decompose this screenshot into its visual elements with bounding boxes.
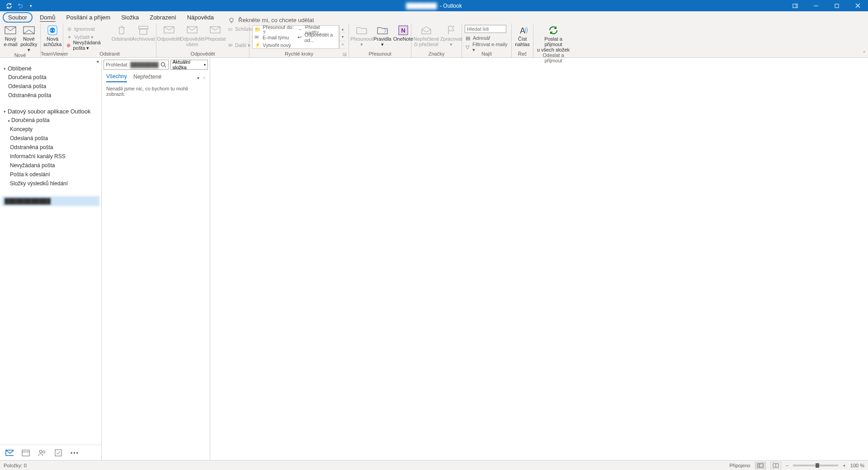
- qat-customize-icon[interactable]: ▾: [27, 2, 34, 9]
- tab-folder[interactable]: Složka: [116, 12, 144, 24]
- send-receive-all-button[interactable]: Poslat a přijmout u všech složek: [536, 24, 571, 52]
- minimize-button[interactable]: [806, 0, 826, 11]
- folder-drafts[interactable]: Koncepty: [0, 125, 101, 134]
- onenote-button[interactable]: N OneNote: [393, 24, 413, 42]
- filter-unread[interactable]: Nepřečtené: [133, 74, 161, 82]
- group-delete: ⊘Ignorovat ✦Vyčistit ▾ ⊗Nevyžádaná pošta…: [63, 24, 156, 57]
- move-button[interactable]: Přesunout▾: [352, 24, 372, 47]
- search-people-input[interactable]: [465, 25, 506, 33]
- categorize-button[interactable]: Zpracovat▾: [440, 24, 462, 47]
- collapse-folder-pane-icon[interactable]: ◂: [96, 59, 99, 64]
- zoom-slider[interactable]: [793, 465, 838, 466]
- junk-button[interactable]: ⊗Nevyžádaná pošta ▾: [66, 41, 110, 49]
- tab-home[interactable]: Domů: [34, 12, 61, 24]
- mail-team-icon: ✉: [255, 34, 261, 41]
- group-respond: Odpovědět Odpovědět všem Přeposlat ▭Schů…: [156, 24, 250, 57]
- folder-junk[interactable]: Nevyžádaná pošta: [0, 161, 101, 170]
- folder-sent[interactable]: Odeslaná pošta: [0, 134, 101, 143]
- unread-read-button[interactable]: Nepřečtené či přečtené: [414, 24, 439, 47]
- mail-nav-icon[interactable]: [5, 449, 14, 457]
- mail-small-icon: ✉: [227, 42, 233, 48]
- group-find: ▤Adresář ▽Filtrovat e-maily ▾ Najít: [462, 24, 512, 57]
- nav-more-icon[interactable]: •••: [71, 450, 79, 456]
- folder-deleted[interactable]: Odstraněná pošta: [0, 143, 101, 152]
- zoom-in-icon[interactable]: +: [843, 463, 845, 468]
- scroll-up-icon[interactable]: ▴: [340, 25, 345, 33]
- archive-icon: [137, 25, 150, 35]
- folder-rss[interactable]: Informační kanály RSS: [0, 152, 101, 161]
- filter-email-button[interactable]: ▽Filtrovat e-maily ▾: [465, 43, 509, 51]
- zoom-level[interactable]: 100 %: [850, 463, 864, 468]
- address-book-button[interactable]: ▤Adresář: [465, 34, 509, 42]
- people-nav-icon[interactable]: [38, 449, 46, 457]
- ribbon-display-options-icon[interactable]: [785, 0, 806, 11]
- reply-button[interactable]: Odpovědět: [159, 24, 179, 42]
- calendar-nav-icon[interactable]: [22, 449, 30, 457]
- reply-all-button[interactable]: Odpovědět všem: [181, 24, 203, 47]
- dialog-launcher-icon[interactable]: ◲: [343, 52, 347, 56]
- folder-outbox[interactable]: Pošta k odeslání: [0, 170, 101, 179]
- reading-pane: [210, 58, 868, 460]
- filter-all[interactable]: Všechny: [106, 73, 127, 82]
- quick-steps-scroll[interactable]: ▴ ▾ ▿: [339, 25, 345, 49]
- account-node[interactable]: ████████████: [2, 196, 99, 206]
- svg-rect-11: [139, 26, 148, 29]
- quick-steps-gallery[interactable]: 📁Přesunout do: ? ✉E-mail týmu ⚡Vytvořit …: [252, 25, 339, 49]
- gallery-expand-icon[interactable]: ▿: [340, 41, 345, 49]
- tab-send-receive[interactable]: Posílání a příjem: [61, 12, 116, 24]
- junk-icon: ⊗: [66, 42, 71, 48]
- search-scope-dropdown[interactable]: Aktuální složka▾: [170, 60, 208, 70]
- search-icon[interactable]: [160, 62, 166, 68]
- folder-search[interactable]: Složky výsledků hledání: [0, 179, 101, 188]
- ignore-button[interactable]: ⊘Ignorovat: [66, 25, 110, 33]
- teamviewer-icon: [46, 25, 59, 35]
- close-button[interactable]: [847, 0, 868, 11]
- sync-icon[interactable]: [5, 2, 13, 9]
- tasks-nav-icon[interactable]: [54, 449, 62, 457]
- teamviewer-meeting-button[interactable]: Nová schůzka: [43, 24, 61, 47]
- favorites-header[interactable]: ▾Oblíbené: [0, 64, 101, 73]
- quick-access-toolbar: ▾: [0, 2, 34, 9]
- datafile-header[interactable]: ▾Datový soubor aplikace Outlook: [0, 107, 101, 116]
- empty-list-message: Nenašli jsme nic, co bychom tu mohli zob…: [102, 82, 210, 100]
- archive-button[interactable]: Archivovat: [133, 24, 153, 42]
- folder-inbox-fav[interactable]: Doručená pošta: [0, 73, 101, 82]
- forward-button[interactable]: Přeposlat: [205, 24, 225, 42]
- lightning-icon: ⚡: [255, 42, 261, 48]
- undo-icon[interactable]: [16, 2, 24, 9]
- svg-point-5: [230, 18, 233, 22]
- sort-ascending-icon[interactable]: ↑: [203, 75, 205, 80]
- broom-icon: ✦: [66, 34, 72, 40]
- tell-me-search[interactable]: Řekněte mi, co chcete udělat: [228, 17, 314, 24]
- svg-rect-0: [793, 4, 797, 8]
- tab-file[interactable]: Soubor: [3, 12, 33, 23]
- delete-button[interactable]: Odstranit: [112, 24, 132, 42]
- group-delete-label: Odstranit: [63, 51, 156, 57]
- svg-rect-27: [758, 464, 763, 467]
- group-tags: Nepřečtené či přečtené Zpracovat▾ Značky: [411, 24, 462, 57]
- group-teamviewer: Nová schůzka TeamViewer: [41, 24, 63, 57]
- lightbulb-icon: [228, 17, 235, 24]
- folder-sent-fav[interactable]: Odeslaná pošta: [0, 82, 101, 91]
- scroll-down-icon[interactable]: ▾: [340, 33, 345, 41]
- maximize-button[interactable]: [826, 0, 847, 11]
- view-reading-icon[interactable]: [770, 462, 781, 469]
- sort-dropdown-icon[interactable]: ▾: [197, 75, 199, 80]
- status-bar: Položky: 0 Připojeno − + 100 %: [0, 460, 868, 470]
- folder-pane: ◂ ▾Oblíbené Doručená pošta Odeslaná pošt…: [0, 58, 102, 460]
- zoom-out-icon[interactable]: −: [786, 463, 788, 468]
- new-items-button[interactable]: Nové položky ▾: [20, 24, 38, 52]
- folder-deleted-fav[interactable]: Odstraněná pošta: [0, 91, 101, 100]
- group-quick-steps: 📁Přesunout do: ? ✉E-mail týmu ⚡Vytvořit …: [250, 24, 349, 57]
- tab-view[interactable]: Zobrazení: [144, 12, 182, 24]
- view-normal-icon[interactable]: [755, 462, 766, 469]
- nav-bar: •••: [0, 445, 101, 460]
- rules-button[interactable]: Pravidla▾: [373, 24, 392, 47]
- collapse-ribbon-icon[interactable]: ˄: [863, 51, 865, 56]
- read-aloud-button[interactable]: A Číst nahlas: [514, 24, 530, 47]
- group-teamviewer-label: TeamViewer: [41, 51, 63, 57]
- search-current-folder[interactable]: Prohledat: ████████: [104, 60, 169, 70]
- tab-help[interactable]: Nápověda: [182, 12, 219, 24]
- new-email-button[interactable]: Nový e-mail: [3, 24, 19, 47]
- folder-inbox[interactable]: ▸Doručená pošta: [0, 116, 101, 125]
